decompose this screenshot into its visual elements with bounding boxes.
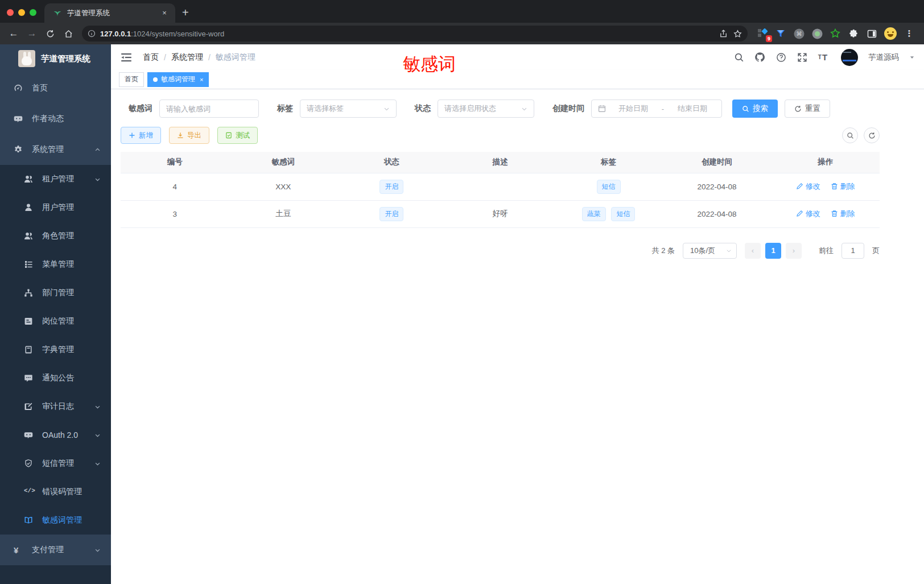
chevron-down-icon — [521, 106, 527, 112]
filter-date: 创建时间 开始日期 - 结束日期 — [552, 100, 722, 118]
app-logo-row[interactable]: 芋道管理系统 — [0, 44, 111, 73]
export-button-label: 导出 — [187, 131, 201, 140]
sidebar-item-oauth[interactable]: OAuth 2.0 — [0, 421, 111, 449]
sidebar-item-dict[interactable]: 字典管理 — [0, 336, 111, 364]
back-icon[interactable]: ← — [6, 26, 22, 42]
tag-close-icon[interactable]: × — [200, 76, 203, 83]
search-button-label: 搜索 — [753, 103, 768, 114]
sidebar-item-menu[interactable]: 菜单管理 — [0, 250, 111, 279]
test-button[interactable]: 测试 — [217, 127, 258, 144]
share-icon[interactable] — [719, 30, 728, 38]
date-start-placeholder: 开始日期 — [610, 103, 656, 114]
filter-tag: 标签 请选择标签 — [277, 100, 397, 118]
url-text[interactable]: 127.0.0.1:1024/system/sensitive-word — [100, 30, 715, 38]
reset-button[interactable]: 重置 — [785, 100, 830, 118]
date-separator: - — [662, 105, 664, 113]
sidebar-item-tenant[interactable]: 租户管理 — [0, 165, 111, 193]
sidebar-item-payment[interactable]: ¥ 支付管理 — [0, 535, 111, 565]
keyword-input[interactable] — [166, 105, 252, 113]
site-info-icon[interactable] — [88, 30, 96, 38]
window-minimize-button[interactable] — [18, 9, 25, 16]
sidebar-item-error-code[interactable]: </> 错误码管理 — [0, 478, 111, 506]
sidebar-item-label: 角色管理 — [42, 231, 111, 241]
tag-home[interactable]: 首页 — [119, 72, 144, 87]
sidebar-toggle-icon[interactable] — [120, 51, 133, 64]
refresh-icon[interactable] — [864, 127, 880, 143]
sidebar-item-home[interactable]: 首页 — [0, 73, 111, 103]
edit-link[interactable]: 修改 — [796, 181, 820, 192]
sidebar-item-notice[interactable]: 通知公告 — [0, 364, 111, 392]
tag-sensitive-word[interactable]: 敏感词管理 × — [147, 72, 209, 87]
delete-link[interactable]: 删除 — [831, 181, 855, 192]
bookmark-star-icon[interactable] — [733, 30, 742, 38]
breadcrumb-home[interactable]: 首页 — [143, 52, 159, 63]
home-icon[interactable] — [60, 26, 76, 42]
sidebar-item-user[interactable]: 用户管理 — [0, 193, 111, 222]
add-button[interactable]: 新增 — [121, 127, 161, 144]
command-extension-icon[interactable]: ⌘ — [793, 28, 805, 39]
window-zoom-button[interactable] — [30, 9, 36, 16]
tampermonkey-extension-icon[interactable]: 9 — [757, 28, 768, 39]
sidebar: 芋道管理系统 首页 作者动态 系统管理 租户管理 — [0, 44, 111, 584]
sidebar-item-label: 错误码管理 — [42, 487, 111, 497]
sidebar-item-role[interactable]: 角色管理 — [0, 222, 111, 250]
green-star-extension-icon[interactable] — [830, 28, 841, 39]
github-icon[interactable] — [754, 52, 765, 63]
sidebar-item-audit-log[interactable]: 审计日志 — [0, 392, 111, 421]
new-tab-button[interactable]: + — [175, 6, 197, 23]
filter-keyword: 敏感词 — [129, 100, 259, 118]
chevron-down-icon — [726, 248, 732, 254]
goto-page-input[interactable] — [842, 243, 864, 258]
tag-select[interactable]: 请选择标签 — [300, 100, 397, 118]
side-panel-icon[interactable] — [866, 28, 877, 39]
toggle-search-icon[interactable] — [842, 127, 858, 143]
fullscreen-icon[interactable] — [797, 52, 807, 63]
browser-menu-icon[interactable]: ⋮ — [904, 28, 915, 39]
sidebar-item-dept[interactable]: 部门管理 — [0, 279, 111, 307]
status-select-placeholder: 请选择启用状态 — [444, 103, 521, 114]
status-select[interactable]: 请选择启用状态 — [438, 100, 534, 118]
filter-status: 状态 请选择启用状态 — [415, 100, 534, 118]
funnel-extension-icon[interactable] — [775, 28, 786, 39]
col-desc: 描述 — [446, 152, 555, 173]
forward-icon[interactable]: → — [24, 26, 40, 42]
url-bar[interactable]: 127.0.0.1:1024/system/sensitive-word — [82, 26, 748, 42]
dashboard-icon — [14, 84, 23, 93]
extensions-puzzle-icon[interactable] — [848, 28, 859, 39]
page-number-button[interactable]: 1 — [765, 243, 781, 259]
date-range-picker[interactable]: 开始日期 - 结束日期 — [591, 100, 722, 118]
cell-tags: 蔬菜 短信 — [554, 200, 663, 227]
reload-icon[interactable] — [42, 26, 58, 42]
profile-avatar[interactable] — [884, 27, 897, 40]
cell-created: 2022-04-08 — [663, 173, 772, 200]
export-button[interactable]: 导出 — [169, 127, 209, 144]
cell-id: 4 — [121, 173, 229, 200]
sidebar-item-system[interactable]: 系统管理 — [0, 134, 111, 165]
sidebar-item-sensitive-word[interactable]: 敏感词管理 — [0, 506, 111, 535]
pagination: 共 2 条 10条/页 ‹ 1 › 前往 页 — [121, 243, 880, 259]
user-avatar[interactable] — [841, 49, 858, 66]
pagination-total: 共 2 条 — [652, 246, 675, 256]
tab-close-icon[interactable]: × — [159, 8, 170, 18]
chevron-down-icon — [94, 461, 101, 467]
username[interactable]: 芋道源码 — [868, 52, 899, 63]
edit-link[interactable]: 修改 — [796, 209, 820, 219]
sidebar-item-label: 作者动态 — [32, 114, 111, 124]
sidebar-item-author-news[interactable]: 作者动态 — [0, 103, 111, 134]
prev-page-button[interactable]: ‹ — [745, 243, 761, 259]
col-status: 状态 — [337, 152, 446, 173]
page-size-select[interactable]: 10条/页 — [683, 243, 737, 259]
sidebar-item-post[interactable]: 岗位管理 — [0, 307, 111, 336]
sidebar-item-sms[interactable]: 短信管理 — [0, 449, 111, 478]
search-icon[interactable] — [733, 52, 744, 63]
font-size-icon[interactable]: TT — [818, 52, 828, 63]
user-menu-caret-icon[interactable] — [909, 55, 915, 60]
delete-link[interactable]: 删除 — [831, 209, 855, 219]
search-button[interactable]: 搜索 — [732, 100, 778, 118]
help-icon[interactable] — [776, 52, 786, 63]
recorder-extension-icon[interactable] — [811, 28, 823, 39]
breadcrumb-section[interactable]: 系统管理 — [171, 52, 203, 63]
next-page-button[interactable]: › — [786, 243, 802, 259]
browser-tab[interactable]: 芋道管理系统 × — [44, 3, 175, 23]
window-close-button[interactable] — [7, 9, 14, 16]
